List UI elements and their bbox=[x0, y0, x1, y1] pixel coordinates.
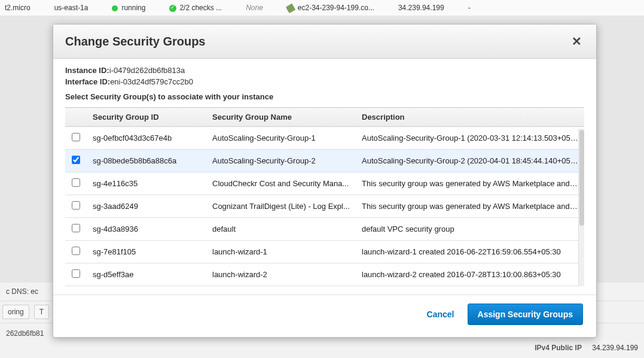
interface-id-label: Interface ID: bbox=[65, 77, 110, 86]
public-dns: ec2-34-239-94-199.co... bbox=[287, 4, 374, 12]
table-row[interactable]: sg-4d3a8936defaultdefault VPC security g… bbox=[65, 218, 584, 241]
security-group-table: Security Group ID Security Group Name De… bbox=[65, 107, 584, 286]
sg-description: launch-wizard-2 created 2016-07-28T13:10… bbox=[356, 263, 584, 286]
ipv4-value: 34.239.94.199 bbox=[592, 344, 638, 352]
sg-name: AutoScaling-Security-Group-1 bbox=[206, 127, 356, 150]
table-row[interactable]: sg-4e116c35CloudCheckr Cost and Security… bbox=[65, 172, 584, 195]
sg-description: default VPC security group bbox=[356, 218, 584, 241]
dialog-body: Instance ID:i-0479d262db6fb813a Interfac… bbox=[53, 59, 596, 290]
security-group-table-wrap: Security Group ID Security Group Name De… bbox=[65, 107, 584, 286]
sg-description: launch-wizard-1 created 2016-06-22T16:59… bbox=[356, 241, 584, 263]
sg-id: sg-7e81f105 bbox=[87, 241, 206, 263]
row-checkbox[interactable] bbox=[72, 133, 80, 141]
dialog-header: Change Security Groups ✕ bbox=[53, 25, 596, 59]
table-row[interactable]: sg-0efbcf043d3c67e4bAutoScaling-Security… bbox=[65, 127, 584, 150]
instance-state: running bbox=[112, 4, 145, 12]
ipv4-label: IPv4 Public IP bbox=[535, 344, 582, 352]
tab-t[interactable]: T bbox=[34, 305, 49, 319]
sg-description: AutoScaling-Security-Group-1 (2020-03-31… bbox=[356, 127, 584, 150]
ipv4-row: IPv4 Public IP 34.239.94.199 bbox=[0, 341, 644, 358]
row-checkbox-cell bbox=[65, 263, 87, 286]
select-label: Select Security Group(s) to associate wi… bbox=[65, 92, 584, 101]
col-checkbox bbox=[65, 108, 87, 127]
sg-id: sg-3aad6249 bbox=[87, 195, 206, 218]
sg-name: CloudCheckr Cost and Security Mana... bbox=[206, 172, 356, 195]
scrollbar[interactable] bbox=[578, 129, 584, 286]
row-checkbox-cell bbox=[65, 127, 87, 150]
cancel-button[interactable]: Cancel bbox=[427, 310, 454, 319]
sg-name: default bbox=[206, 218, 356, 241]
row-checkbox-cell bbox=[65, 195, 87, 218]
assign-security-groups-button[interactable]: Assign Security Groups bbox=[468, 304, 583, 325]
row-checkbox-cell bbox=[65, 150, 87, 172]
close-icon[interactable]: ✕ bbox=[569, 34, 584, 48]
instance-id-value: i-0479d262db6fb813a bbox=[109, 66, 185, 75]
instance-type: t2.micro bbox=[5, 4, 30, 12]
sg-name: launch-wizard-1 bbox=[206, 241, 356, 263]
row-checkbox-cell bbox=[65, 241, 87, 263]
scrollbar-thumb[interactable] bbox=[579, 130, 584, 226]
extra-col: - bbox=[468, 4, 471, 12]
row-checkbox-cell bbox=[65, 218, 87, 241]
dialog-footer: Cancel Assign Security Groups bbox=[53, 295, 596, 337]
table-row[interactable]: sg-3aad6249Cognizant TrailDigest (Lite) … bbox=[65, 195, 584, 218]
interface-id-line: Interface ID:eni-03d24df579c7cc2b0 bbox=[65, 77, 584, 86]
alarm-status: None bbox=[246, 4, 263, 12]
col-sg-name[interactable]: Security Group Name bbox=[206, 108, 356, 127]
row-checkbox[interactable] bbox=[72, 178, 80, 187]
dialog-title: Change Security Groups bbox=[65, 35, 206, 48]
table-row[interactable]: sg-7e81f105launch-wizard-1launch-wizard-… bbox=[65, 241, 584, 263]
sg-id: sg-d5eff3ae bbox=[87, 263, 206, 286]
row-checkbox-cell bbox=[65, 172, 87, 195]
status-checks: 2/2 checks ... bbox=[169, 4, 222, 12]
change-security-groups-dialog: Change Security Groups ✕ Instance ID:i-0… bbox=[53, 24, 597, 338]
instance-row[interactable]: t2.micro us-east-1a running 2/2 checks .… bbox=[0, 0, 644, 16]
tag-icon bbox=[286, 4, 295, 13]
row-checkbox[interactable] bbox=[72, 201, 80, 210]
col-sg-id[interactable]: Security Group ID bbox=[87, 108, 206, 127]
sg-id: sg-08bede5b8b6a88c6a bbox=[87, 150, 206, 172]
sg-name: AutoScaling-Security-Group-2 bbox=[206, 150, 356, 172]
table-header-row: Security Group ID Security Group Name De… bbox=[65, 108, 584, 127]
sg-id: sg-4e116c35 bbox=[87, 172, 206, 195]
col-sg-desc[interactable]: Description bbox=[356, 108, 584, 127]
instance-id-line: Instance ID:i-0479d262db6fb813a bbox=[65, 66, 584, 75]
instance-id-label: Instance ID: bbox=[65, 66, 109, 75]
sg-name: Cognizant TrailDigest (Lite) - Log Expl.… bbox=[206, 195, 356, 218]
sg-name: launch-wizard-2 bbox=[206, 263, 356, 286]
table-row[interactable]: sg-d5eff3aelaunch-wizard-2launch-wizard-… bbox=[65, 263, 584, 286]
sg-description: This security group was generated by AWS… bbox=[356, 172, 584, 195]
row-checkbox[interactable] bbox=[72, 247, 80, 255]
row-checkbox[interactable] bbox=[72, 269, 80, 278]
row-checkbox[interactable] bbox=[72, 156, 80, 164]
sg-description: This security group was generated by AWS… bbox=[356, 195, 584, 218]
interface-id-value: eni-03d24df579c7cc2b0 bbox=[110, 77, 193, 86]
sg-id: sg-0efbcf043d3c67e4b bbox=[87, 127, 206, 150]
sg-description: AutoScaling-Security-Group-2 (2020-04-01… bbox=[356, 150, 584, 172]
running-icon bbox=[112, 5, 118, 11]
public-ip: 34.239.94.199 bbox=[398, 4, 444, 12]
row-checkbox[interactable] bbox=[72, 224, 80, 232]
availability-zone: us-east-1a bbox=[54, 4, 88, 12]
sg-id: sg-4d3a8936 bbox=[87, 218, 206, 241]
table-row[interactable]: sg-08bede5b8b6a88c6aAutoScaling-Security… bbox=[65, 150, 584, 172]
check-icon bbox=[169, 5, 176, 12]
tab-monitoring[interactable]: oring bbox=[2, 305, 29, 319]
